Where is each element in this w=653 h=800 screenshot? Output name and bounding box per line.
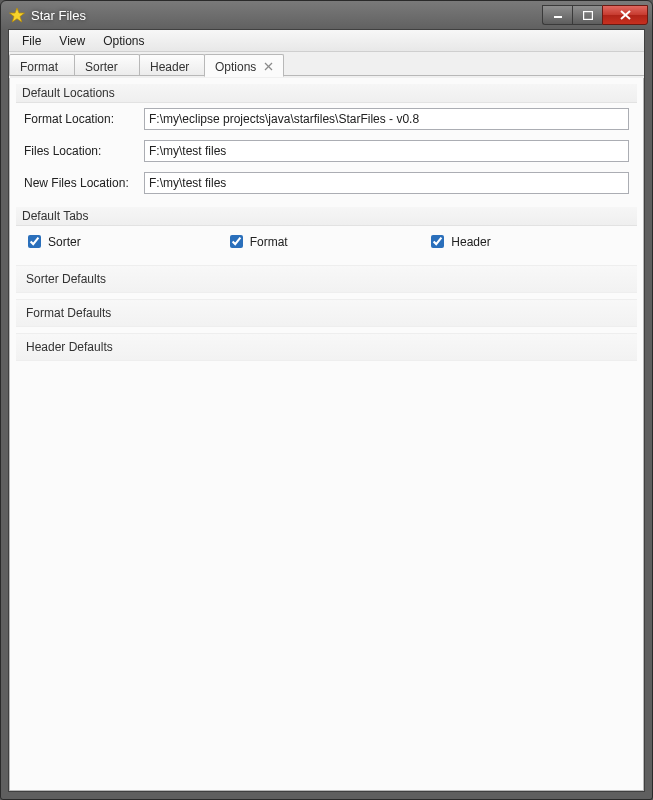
window-title: Star Files	[31, 8, 542, 23]
minimize-button[interactable]	[542, 5, 572, 25]
group-default-tabs: Default Tabs Sorter Format Header	[16, 207, 637, 257]
group-title-default-locations: Default Locations	[16, 84, 637, 103]
tab-label: Sorter	[85, 60, 118, 74]
label-format-location: Format Location:	[24, 112, 144, 126]
check-sorter[interactable]: Sorter	[24, 232, 226, 251]
group-title-default-tabs: Default Tabs	[16, 207, 637, 226]
row-format-location: Format Location:	[16, 103, 637, 135]
menu-options[interactable]: Options	[94, 32, 153, 50]
svg-rect-2	[583, 11, 592, 19]
row-files-location: Files Location:	[16, 135, 637, 167]
check-label: Sorter	[48, 235, 81, 249]
options-panel: Default Locations Format Location: Files…	[9, 78, 644, 791]
app-star-icon	[9, 7, 25, 23]
section-format-defaults[interactable]: Format Defaults	[16, 299, 637, 327]
section-header-defaults[interactable]: Header Defaults	[16, 333, 637, 361]
input-new-files-location[interactable]	[144, 172, 629, 194]
label-files-location: Files Location:	[24, 144, 144, 158]
close-button[interactable]	[602, 5, 648, 25]
menubar: File View Options	[9, 30, 644, 52]
check-label: Format	[250, 235, 288, 249]
checks-row: Sorter Format Header	[16, 226, 637, 257]
input-format-location[interactable]	[144, 108, 629, 130]
tab-header[interactable]: Header	[139, 54, 205, 75]
svg-rect-1	[554, 16, 562, 18]
checkbox-format[interactable]	[230, 235, 243, 248]
tab-label: Options	[215, 60, 256, 74]
window-frame: Star Files File View Options Form	[0, 0, 653, 800]
check-header[interactable]: Header	[427, 232, 629, 251]
svg-marker-0	[10, 8, 25, 22]
tab-label: Format	[20, 60, 58, 74]
client-area: File View Options Format Sorter Header O…	[8, 29, 645, 792]
maximize-button[interactable]	[572, 5, 602, 25]
tabstrip: Format Sorter Header Options	[9, 52, 644, 76]
input-files-location[interactable]	[144, 140, 629, 162]
menu-view[interactable]: View	[50, 32, 94, 50]
check-format[interactable]: Format	[226, 232, 428, 251]
titlebar[interactable]: Star Files	[1, 1, 652, 29]
tab-options[interactable]: Options	[204, 54, 284, 77]
check-label: Header	[451, 235, 490, 249]
close-tab-icon[interactable]	[264, 61, 273, 73]
checkbox-header[interactable]	[431, 235, 444, 248]
tab-label: Header	[150, 60, 189, 74]
row-new-files-location: New Files Location:	[16, 167, 637, 199]
section-sorter-defaults[interactable]: Sorter Defaults	[16, 265, 637, 293]
window-buttons	[542, 5, 648, 25]
checkbox-sorter[interactable]	[28, 235, 41, 248]
menu-file[interactable]: File	[13, 32, 50, 50]
tab-sorter[interactable]: Sorter	[74, 54, 140, 75]
label-new-files-location: New Files Location:	[24, 176, 144, 190]
tab-format[interactable]: Format	[9, 54, 75, 75]
group-default-locations: Default Locations Format Location: Files…	[16, 84, 637, 199]
